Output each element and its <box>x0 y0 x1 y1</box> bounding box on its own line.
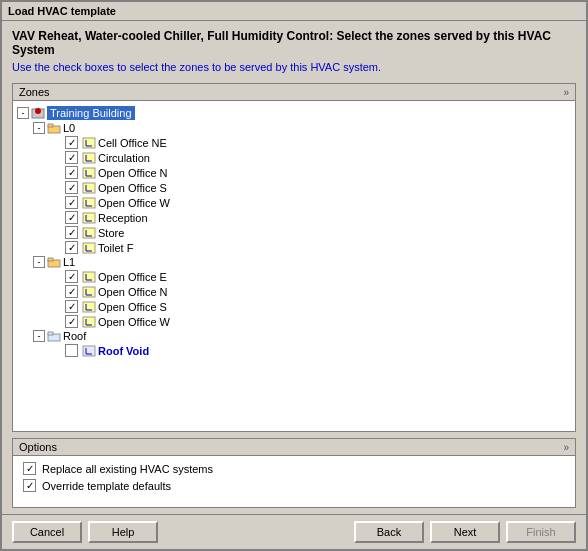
label-replace-hvac: Replace all existing HVAC systems <box>42 463 213 475</box>
checkbox-open-office-s2[interactable] <box>65 300 78 313</box>
header-section: VAV Reheat, Water-cooled Chiller, Full H… <box>2 21 586 77</box>
zones-panel-header: Zones » <box>13 84 575 101</box>
expand-icon-l1[interactable]: - <box>33 256 45 268</box>
zone-icon-roof-void <box>82 345 96 357</box>
zone-icon-open-office-n <box>82 167 96 179</box>
finish-button[interactable]: Finish <box>506 521 576 543</box>
building-icon <box>31 107 45 119</box>
tree-label-training-building[interactable]: Training Building <box>47 106 135 120</box>
options-panel: Options » Replace all existing HVAC syst… <box>12 438 576 508</box>
tree-label-store[interactable]: Store <box>98 227 124 239</box>
zone-icon-open-office-s <box>82 182 96 194</box>
tree-row-l1[interactable]: - L1 <box>13 255 575 269</box>
tree-label-roof-void[interactable]: Roof Void <box>98 345 149 357</box>
back-button[interactable]: Back <box>354 521 424 543</box>
folder-icon-l1 <box>47 256 61 268</box>
tree-label-open-office-w[interactable]: Open Office W <box>98 197 170 209</box>
tree-label-toilet-f[interactable]: Toilet F <box>98 242 133 254</box>
footer: Cancel Help Back Next Finish <box>2 514 586 549</box>
checkbox-open-office-w2[interactable] <box>65 315 78 328</box>
checkbox-circulation[interactable] <box>65 151 78 164</box>
main-content: Zones » - Training Building <box>2 77 586 514</box>
option-row-override-defaults: Override template defaults <box>23 479 565 492</box>
expand-icon-roof[interactable]: - <box>33 330 45 342</box>
tree-row-roof[interactable]: - Roof <box>13 329 575 343</box>
label-override-defaults: Override template defaults <box>42 480 171 492</box>
zone-icon-open-office-e <box>82 271 96 283</box>
checkbox-open-office-w[interactable] <box>65 196 78 209</box>
zones-tree: - Training Building - <box>13 101 575 426</box>
checkbox-store[interactable] <box>65 226 78 239</box>
zone-icon-toilet-f <box>82 242 96 254</box>
tree-label-roof[interactable]: Roof <box>63 330 86 342</box>
tree-row-open-office-e[interactable]: Open Office E <box>13 269 575 284</box>
zone-icon-open-office-s2 <box>82 301 96 313</box>
option-row-replace-hvac: Replace all existing HVAC systems <box>23 462 565 475</box>
folder-icon-l0 <box>47 122 61 134</box>
zone-icon-store <box>82 227 96 239</box>
tree-row-l0[interactable]: - L0 <box>13 121 575 135</box>
tree-row-cell-office-ne[interactable]: Cell Office NE <box>13 135 575 150</box>
help-button[interactable]: Help <box>88 521 158 543</box>
folder-icon-roof <box>47 330 61 342</box>
tree-row-open-office-n[interactable]: Open Office N <box>13 165 575 180</box>
tree-label-open-office-n2[interactable]: Open Office N <box>98 286 168 298</box>
tree-row-open-office-s[interactable]: Open Office S <box>13 180 575 195</box>
checkbox-replace-hvac[interactable] <box>23 462 36 475</box>
tree-label-open-office-n[interactable]: Open Office N <box>98 167 168 179</box>
footer-left: Cancel Help <box>12 521 158 543</box>
load-hvac-dialog: Load HVAC template VAV Reheat, Water-coo… <box>0 0 588 551</box>
tree-row-open-office-w[interactable]: Open Office W <box>13 195 575 210</box>
zone-icon-reception <box>82 212 96 224</box>
svg-rect-19 <box>48 332 53 335</box>
options-body: Replace all existing HVAC systems Overri… <box>13 456 575 502</box>
checkbox-open-office-n2[interactable] <box>65 285 78 298</box>
zone-icon-circulation <box>82 152 96 164</box>
title-bar-text: Load HVAC template <box>8 5 116 17</box>
zone-icon-open-office-w <box>82 197 96 209</box>
zone-icon-open-office-n2 <box>82 286 96 298</box>
tree-label-open-office-s2[interactable]: Open Office S <box>98 301 167 313</box>
checkbox-cell-office-ne[interactable] <box>65 136 78 149</box>
header-subtitle: Use the check boxes to select the zones … <box>12 61 576 73</box>
tree-row-training-building[interactable]: - Training Building <box>13 105 575 121</box>
svg-rect-3 <box>48 124 53 127</box>
checkbox-toilet-f[interactable] <box>65 241 78 254</box>
tree-label-open-office-s[interactable]: Open Office S <box>98 182 167 194</box>
checkbox-open-office-s[interactable] <box>65 181 78 194</box>
checkbox-roof-void[interactable] <box>65 344 78 357</box>
options-label: Options <box>19 441 57 453</box>
tree-label-circulation[interactable]: Circulation <box>98 152 150 164</box>
options-panel-header: Options » <box>13 439 575 456</box>
tree-row-open-office-s2[interactable]: Open Office S <box>13 299 575 314</box>
tree-row-store[interactable]: Store <box>13 225 575 240</box>
footer-right: Back Next Finish <box>354 521 576 543</box>
tree-label-reception[interactable]: Reception <box>98 212 148 224</box>
zone-icon-cell-office-ne <box>82 137 96 149</box>
checkbox-open-office-e[interactable] <box>65 270 78 283</box>
tree-row-open-office-n2[interactable]: Open Office N <box>13 284 575 299</box>
tree-row-roof-void[interactable]: Roof Void <box>13 343 575 358</box>
expand-icon-l0[interactable]: - <box>33 122 45 134</box>
tree-label-l1[interactable]: L1 <box>63 256 75 268</box>
tree-row-circulation[interactable]: Circulation <box>13 150 575 165</box>
zones-label: Zones <box>19 86 50 98</box>
tree-label-open-office-w2[interactable]: Open Office W <box>98 316 170 328</box>
next-button[interactable]: Next <box>430 521 500 543</box>
checkbox-open-office-n[interactable] <box>65 166 78 179</box>
tree-label-open-office-e[interactable]: Open Office E <box>98 271 167 283</box>
zones-panel: Zones » - Training Building <box>12 83 576 432</box>
title-bar: Load HVAC template <box>2 2 586 21</box>
tree-label-cell-office-ne[interactable]: Cell Office NE <box>98 137 167 149</box>
svg-point-1 <box>35 108 41 114</box>
tree-row-toilet-f[interactable]: Toilet F <box>13 240 575 255</box>
tree-label-l0[interactable]: L0 <box>63 122 75 134</box>
expand-icon-training[interactable]: - <box>17 107 29 119</box>
svg-rect-13 <box>48 258 53 261</box>
tree-row-reception[interactable]: Reception <box>13 210 575 225</box>
checkbox-override-defaults[interactable] <box>23 479 36 492</box>
zone-icon-open-office-w2 <box>82 316 96 328</box>
checkbox-reception[interactable] <box>65 211 78 224</box>
cancel-button[interactable]: Cancel <box>12 521 82 543</box>
tree-row-open-office-w2[interactable]: Open Office W <box>13 314 575 329</box>
